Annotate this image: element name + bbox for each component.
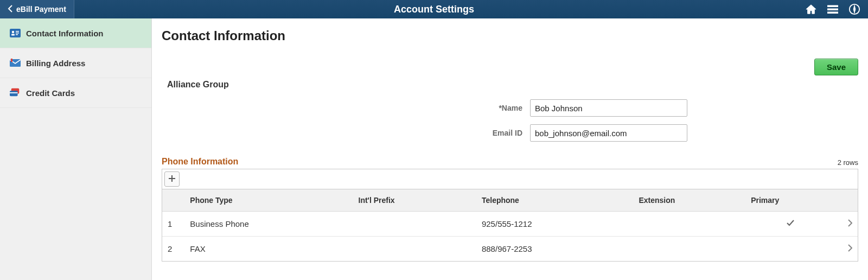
email-field[interactable] [530,124,687,142]
sidebar-item-billing-address[interactable]: Billing Address [0,48,151,78]
contact-card-icon [10,28,21,38]
svg-rect-11 [11,59,12,62]
page-title: Contact Information [162,28,858,43]
svg-rect-9 [16,34,18,35]
col-header-primary: Primary [745,189,835,212]
phone-grid: Phone Type Int'l Prefix Telephone Extens… [162,169,858,262]
app-header: eBill Payment Account Settings [0,0,868,18]
cell-phone-type: FAX [184,237,353,262]
plus-icon [168,174,176,184]
chevron-right-icon [847,244,852,253]
cell-extension [633,212,745,237]
row-number: 1 [162,212,184,237]
svg-rect-0 [827,5,838,7]
home-icon[interactable] [805,3,817,15]
sidebar-item-contact-information[interactable]: Contact Information [0,18,151,48]
address-icon [10,58,21,68]
group-name: Alliance Group [167,80,858,90]
sidebar: Contact Information Billing Address Cred… [0,18,152,280]
add-row-button[interactable] [164,171,180,187]
table-row[interactable]: 1 Business Phone 925/555-1212 [162,212,858,237]
page-header-title: Account Settings [394,4,474,15]
cell-telephone: 888/967-2253 [476,237,633,262]
header-actions [805,3,868,15]
cell-extension [633,237,745,262]
row-number: 2 [162,237,184,262]
col-header-intl-prefix: Int'l Prefix [353,189,476,212]
phone-rows-count: 2 rows [838,158,858,167]
row-detail-arrow[interactable] [835,237,858,262]
sidebar-item-label: Credit Cards [26,88,75,98]
cell-primary [745,212,835,237]
phone-section-title: Phone Information [162,157,238,167]
checkmark-icon [786,219,795,228]
svg-rect-8 [16,33,19,34]
save-button[interactable]: Save [814,59,858,75]
menu-icon[interactable] [827,3,839,15]
svg-rect-2 [827,12,838,14]
chevron-right-icon [847,219,852,228]
cell-phone-type: Business Phone [184,212,353,237]
sidebar-item-label: Billing Address [26,59,85,68]
main-content: Contact Information Save Alliance Group … [152,18,868,280]
table-row[interactable]: 2 FAX 888/967-2253 [162,237,858,262]
sidebar-item-credit-cards[interactable]: Credit Cards [0,78,151,108]
sidebar-item-label: Contact Information [26,29,104,38]
email-label: Email ID [333,129,522,137]
cell-primary [745,237,835,262]
col-header-telephone: Telephone [476,189,633,212]
svg-rect-6 [11,34,15,36]
col-header-phone-type: Phone Type [184,189,353,212]
svg-rect-1 [827,9,838,10]
cell-intl-prefix [353,212,476,237]
row-detail-arrow[interactable] [835,212,858,237]
back-button-label: eBill Payment [16,5,66,14]
cards-icon [10,88,21,98]
svg-rect-14 [10,92,18,93]
cell-telephone: 925/555-1212 [476,212,633,237]
compass-icon[interactable] [848,3,860,15]
phone-grid-header: Phone Type Int'l Prefix Telephone Extens… [162,189,858,212]
svg-rect-16 [169,178,175,179]
cell-intl-prefix [353,237,476,262]
name-label: *Name [333,104,522,112]
svg-rect-7 [16,31,19,32]
svg-rect-13 [10,91,18,96]
chevron-left-icon [8,5,13,14]
back-button[interactable]: eBill Payment [0,0,74,18]
svg-point-5 [12,31,14,33]
col-header-extension: Extension [633,189,745,212]
name-field[interactable] [530,99,687,117]
